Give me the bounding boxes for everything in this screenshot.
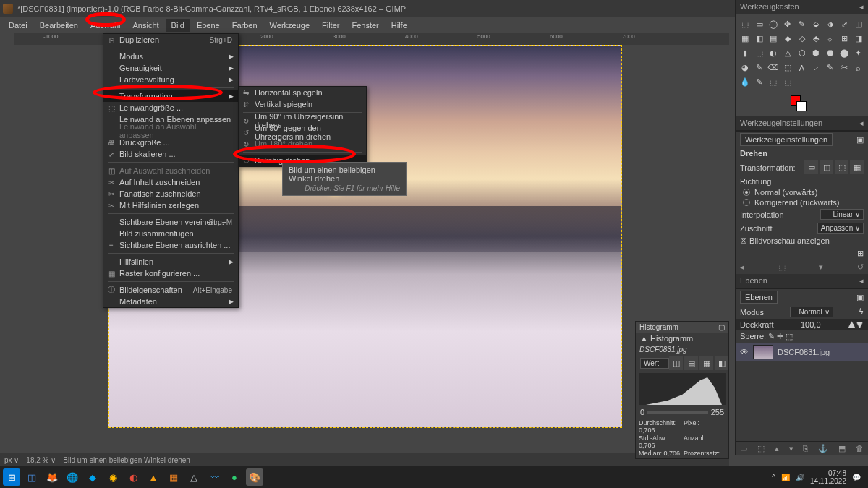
menu-werkzeuge[interactable]: Werkzeuge [264,19,315,32]
transform-opt-2[interactable]: ◫ [820,160,833,174]
histogram-close-icon[interactable]: ▢ [718,323,725,331]
menuitem-druckgr-e-[interactable]: 🖶Druckgröße ... [103,137,238,148]
histogram-tab[interactable]: ▲ Histogramm [640,334,693,343]
tool-button[interactable]: ✦ [852,46,866,60]
app-icon-8[interactable]: ● [226,468,243,486]
opt-ico-4[interactable]: ↺ [857,262,864,272]
layer-name[interactable]: DSCF0831.jpg [778,348,830,356]
tool-button[interactable]: ▭ [753,17,767,31]
ly-ico-2[interactable]: ⬚ [757,444,765,453]
tool-button[interactable]: ⬣ [823,46,837,60]
tool-button[interactable] [852,75,866,89]
chrome-icon[interactable]: 🌐 [64,468,81,486]
tool-button[interactable]: ◧ [753,32,767,46]
richtung-normal[interactable]: Normal (vorwärts) [736,187,868,197]
histo-min[interactable]: 0 [640,408,644,416]
tool-button[interactable]: ▦ [739,32,752,46]
tool-button[interactable]: ⟐ [823,32,837,46]
submenuitem-um-gegen-den-uhrzeigersinn-drehen[interactable]: ↺Um 90° gegen den Uhrzeigersinn drehen [239,127,366,138]
tool-button[interactable]: ▤ [767,32,780,46]
tool-button[interactable]: △ [781,46,795,60]
tool-button[interactable]: ⬗ [823,17,837,31]
tab-config-icon[interactable]: ▣ [856,135,864,145]
menuitem-metadaten[interactable]: Metadaten▶ [103,296,238,307]
tool-button[interactable]: ⬚ [753,46,767,60]
richtung-korrigierend[interactable]: Korrigierend (rückwärts) [736,197,868,207]
histo-mode-4[interactable]: ◧ [715,356,728,370]
menuitem-mit-hilfslinien-zerlegen[interactable]: ✂Mit Hilfslinien zerlegen [103,200,238,211]
tool-button[interactable]: ⌫ [767,61,780,74]
deckkraft-value[interactable]: 100,0 [801,320,821,329]
layer-row[interactable]: 👁 DSCF0831.jpg [736,343,868,361]
transform-opt-4[interactable]: ▦ [850,160,864,174]
ly-ico-3[interactable]: ▴ [775,444,779,453]
tool-button[interactable]: 💧 [739,75,752,89]
tray-chevron-icon[interactable]: ^ [772,474,775,481]
tool-button[interactable]: ✎ [753,61,767,74]
menu-ansicht[interactable]: Ansicht [127,19,164,32]
app-icon-1[interactable]: ◆ [84,468,101,486]
tray-wifi-icon[interactable]: 📶 [781,474,790,481]
start-button[interactable]: ⊞ [3,468,20,486]
tool-button[interactable]: ◐ [767,46,780,60]
ly-ico-5[interactable]: ⎘ [803,444,808,453]
histo-mode-2[interactable]: ▤ [684,356,698,370]
histogram-channel[interactable]: Wert [640,358,669,369]
interpolation-select[interactable]: Linear ∨ [820,209,864,220]
tool-button[interactable]: ✎ [753,75,767,89]
zuschnitt-select[interactable]: Anpassen ∨ [817,223,864,234]
menu-datei[interactable]: Datei [3,19,33,32]
app-icon-7[interactable]: 〰 [205,468,223,486]
tool-button[interactable]: ⬡ [795,46,809,60]
modus-extra-icon[interactable]: ϟ [859,307,864,317]
status-unit[interactable]: px ∨ [4,456,19,464]
panel-close-icon[interactable]: ◂ [859,2,864,12]
expand-icon[interactable]: ⊞ [857,249,864,258]
ly-ico-4[interactable]: ▾ [789,444,793,453]
app-icon-4[interactable]: ▲ [145,468,162,486]
menu-bild[interactable]: Bild [166,19,190,32]
submenuitem-um-drehen[interactable]: ↻Um 180° drehen [239,138,366,150]
firefox-icon[interactable]: 🦊 [43,468,61,486]
tool-button[interactable]: ✎ [823,61,837,74]
menu-auswahl[interactable]: Auswahl [85,19,127,32]
tool-button[interactable]: ⬘ [809,32,823,46]
tool-button[interactable]: ◕ [739,61,752,74]
ly-ico-6[interactable]: ⚓ [818,444,828,453]
tool-button[interactable]: ◯ [767,17,780,31]
tool-button[interactable]: ◇ [795,32,809,46]
bildvorschau-check[interactable]: ☒ Bildvorschau anzeigen [736,235,868,247]
tool-button[interactable]: A [795,61,809,74]
tool-button[interactable]: ▮ [739,46,752,60]
tool-button[interactable]: ✥ [781,17,795,31]
layer-thumbnail[interactable] [753,345,773,359]
menu-hilfe[interactable]: Hilfe [386,19,413,32]
tool-button[interactable]: ⬚ [739,17,752,31]
opt-ico-1[interactable]: ◂ [740,262,744,272]
tool-button[interactable]: ◫ [852,17,866,31]
status-zoom[interactable]: 18,2 % ∨ [26,456,56,464]
color-swatches[interactable] [736,93,868,110]
tool-options-tab[interactable]: Werkzeugeinstellungen [740,133,833,146]
layers-tab[interactable]: Ebenen [740,291,778,304]
tool-button[interactable] [809,75,823,89]
tool-button[interactable]: ⬙ [809,17,823,31]
gimp-taskbar-icon[interactable]: 🎨 [246,468,263,486]
menuitem-duplizieren[interactable]: ⎘DuplizierenStrg+D [103,34,238,46]
tab-config-icon[interactable]: ▣ [856,293,864,302]
submenuitem-horizontal-spiegeln[interactable]: ⇋Horizontal spiegeln [239,87,366,98]
menuitem-bild-zusammenf-gen[interactable]: Bild zusammenfügen [103,228,238,239]
app-icon-5[interactable]: ▦ [165,468,182,486]
menuitem-sichtbare-ebenen-ausrichten-[interactable]: ≡Sichtbare Ebenen ausrichten ... [103,239,238,251]
app-icon-3[interactable]: ◐ [124,468,142,486]
menu-ebene[interactable]: Ebene [191,19,226,32]
tool-button[interactable]: ⬚ [781,75,795,89]
app-icon-6[interactable]: △ [185,468,203,486]
menuitem-raster-konfigurieren-[interactable]: ▦Raster konfigurieren ... [103,267,238,279]
tool-button[interactable]: ⌕ [852,61,866,74]
tool-button[interactable]: ⬚ [781,61,795,74]
menuitem-fanatisch-zuschneiden[interactable]: ✂Fanatisch zuschneiden [103,188,238,200]
menuitem-leinwandgr-e-[interactable]: ⬚Leinwandgröße ... [103,102,238,114]
tool-button[interactable] [823,75,837,89]
tool-button[interactable]: ◨ [852,32,866,46]
